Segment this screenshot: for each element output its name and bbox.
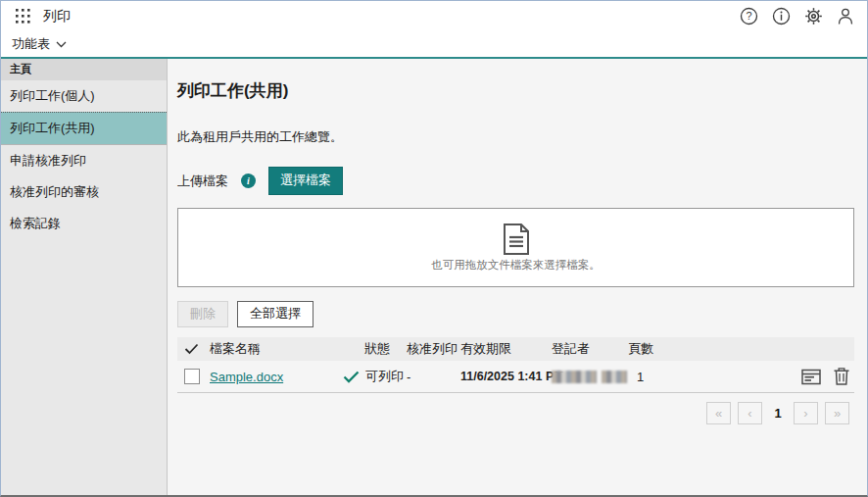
header-file-name[interactable]: 檔案名稱: [210, 340, 343, 358]
next-page-button[interactable]: ›: [794, 402, 818, 424]
header-approval[interactable]: 核准列印: [407, 340, 460, 358]
header-pages[interactable]: 頁數: [628, 340, 687, 358]
sidebar-nav: 主頁 列印工作(個人) 列印工作(共用) 申請核准列印 核准列印的審核 檢索記錄: [1, 59, 168, 495]
header-expiry[interactable]: 有效期限: [460, 340, 552, 358]
delete-job-trash-icon[interactable]: [834, 368, 849, 385]
app-launcher-icon[interactable]: [13, 7, 32, 26]
prev-page-button[interactable]: ‹: [738, 402, 762, 424]
registrant-redacted: [552, 371, 628, 383]
topbar-actions: ?: [739, 7, 855, 26]
page-title: 列印工作(共用): [177, 79, 854, 102]
file-name-link[interactable]: Sample.docx: [210, 370, 283, 384]
approval-value: -: [407, 370, 460, 384]
user-profile-icon[interactable]: [836, 7, 855, 26]
header-status[interactable]: 狀態: [343, 340, 407, 358]
help-icon[interactable]: ?: [739, 7, 758, 26]
job-details-icon[interactable]: [801, 369, 821, 385]
sidebar-item-approval-print-review[interactable]: 核准列印的審核: [1, 176, 167, 208]
last-page-button[interactable]: »: [825, 402, 849, 424]
app-title: 列印: [43, 8, 71, 25]
header-registrant[interactable]: 登記者: [552, 340, 628, 358]
select-all-check-icon[interactable]: [177, 343, 210, 355]
status-text: 可列印: [365, 368, 404, 385]
sidebar-item-search-history[interactable]: 檢索記錄: [1, 208, 167, 239]
sidebar-section-home: 主頁: [1, 59, 167, 80]
settings-gear-icon[interactable]: [803, 7, 823, 26]
table-row: Sample.docx 可列印 - 11/6/2025 1:41 PM 1: [177, 361, 854, 393]
choose-file-button[interactable]: 選擇檔案: [268, 167, 343, 195]
pages-value: 1: [628, 370, 687, 384]
expiry-value: 11/6/2025 1:41 PM: [460, 370, 552, 383]
pagination: « ‹ 1 › »: [177, 402, 854, 424]
select-all-button[interactable]: 全部選擇: [237, 301, 313, 327]
chevron-down-icon[interactable]: [56, 41, 67, 48]
app-window: 列印 ?: [0, 0, 868, 497]
info-icon[interactable]: [771, 7, 791, 26]
menu-dropdown[interactable]: 功能表: [12, 35, 50, 53]
dropzone-hint-text: 也可用拖放文件檔案來選擇檔案。: [431, 258, 601, 273]
main-content: 列印工作(共用) 此為租用戶共用的工作總覽。 上傳檔案 i 選擇檔案: [168, 59, 867, 495]
status-ok-check-icon: [343, 371, 360, 383]
delete-button[interactable]: 刪除: [177, 301, 228, 327]
document-icon: [503, 224, 530, 255]
jobs-table: 檔案名稱 狀態 核准列印 有效期限 登記者 頁數 Sample.docx: [177, 337, 854, 393]
menu-bar: 功能表: [1, 31, 867, 57]
sidebar-item-print-jobs-personal[interactable]: 列印工作(個人): [1, 80, 167, 112]
upload-file-label: 上傳檔案: [177, 173, 228, 190]
sidebar-item-request-approval-print[interactable]: 申請核准列印: [1, 145, 167, 176]
top-bar: 列印 ?: [1, 1, 867, 31]
sidebar-item-print-jobs-shared[interactable]: 列印工作(共用): [1, 112, 167, 145]
file-dropzone[interactable]: 也可用拖放文件檔案來選擇檔案。: [177, 208, 854, 287]
svg-text:?: ?: [746, 10, 751, 22]
page-description: 此為租用戶共用的工作總覽。: [177, 128, 854, 146]
upload-info-icon[interactable]: i: [241, 174, 256, 188]
row-checkbox[interactable]: [184, 369, 200, 384]
first-page-button[interactable]: «: [706, 402, 731, 424]
current-page-number: 1: [769, 406, 787, 421]
table-header-row: 檔案名稱 狀態 核准列印 有效期限 登記者 頁數: [177, 337, 854, 361]
